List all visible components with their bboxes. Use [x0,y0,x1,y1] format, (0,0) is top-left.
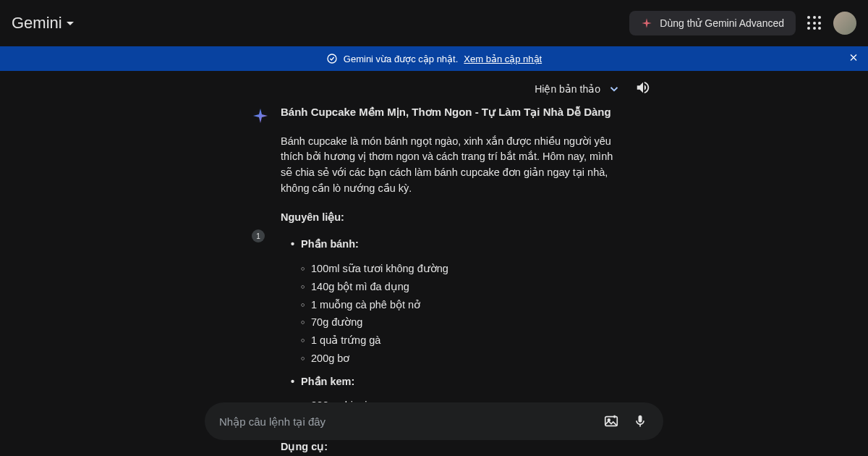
brand-selector[interactable]: Gemini [12,14,74,33]
prompt-input-bar [205,402,663,440]
prompt-input[interactable] [219,415,597,428]
speaker-icon [635,80,651,96]
avatar[interactable] [833,12,856,35]
gemini-sparkle-icon [252,107,269,124]
list-item: 1 quả trứng gà [301,333,622,349]
ingredients-heading: Nguyên liệu: [281,210,622,226]
svg-point-2 [608,419,610,421]
caret-down-icon [67,22,74,25]
advanced-label: Dùng thử Gemini Advanced [660,17,784,29]
cream-heading-list: Phần kem: [281,374,622,390]
sparkle-icon [641,17,652,29]
part-cake-heading: Phần bánh: [291,237,622,253]
tools-heading: Dụng cụ: [281,439,622,455]
header: Gemini Dùng thử Gemini Advanced [0,0,868,46]
ingredients-list: Phần bánh: [281,237,622,253]
try-advanced-button[interactable]: Dùng thử Gemini Advanced [629,11,796,35]
update-banner: Gemini vừa được cập nhật. Xem bản cập nh… [0,46,868,71]
cake-items: 100ml sữa tươi không đường 140g bột mì đ… [281,261,622,367]
show-draft-button[interactable]: Hiện bản thảo [535,83,621,96]
image-icon [603,413,619,429]
list-item: 1 muỗng cà phê bột nở [301,297,622,313]
brand-name: Gemini [12,14,62,33]
apps-grid-icon[interactable] [806,14,823,32]
list-item: 70g đường [301,315,622,331]
speaker-button[interactable] [635,80,651,98]
mic-icon [633,414,647,428]
list-item: 200g bơ [301,351,622,367]
citation-badge[interactable]: 1 [252,229,265,242]
mic-button[interactable] [626,407,655,436]
response-toolbar: Hiện bản thảo [0,71,868,104]
check-circle-icon [326,53,338,64]
draft-label: Hiện bản thảo [535,83,600,95]
close-icon[interactable] [848,52,859,66]
banner-link[interactable]: Xem bản cập nhật [464,54,542,64]
image-upload-button[interactable] [597,407,626,436]
chevron-down-icon [608,83,621,96]
part-cream-heading: Phần kem: [291,374,622,390]
response-intro: Bánh cupcake là món bánh ngọt ngào, xinh… [281,134,622,197]
svg-point-0 [328,54,336,63]
banner-text: Gemini vừa được cập nhật. [344,54,459,64]
header-right: Dùng thử Gemini Advanced [629,11,856,35]
list-item: 140g bột mì đa dụng [301,279,622,295]
list-item: 100ml sữa tươi không đường [301,261,622,277]
response-title: Bánh Cupcake Mềm Mịn, Thơm Ngon - Tự Làm… [281,104,622,121]
